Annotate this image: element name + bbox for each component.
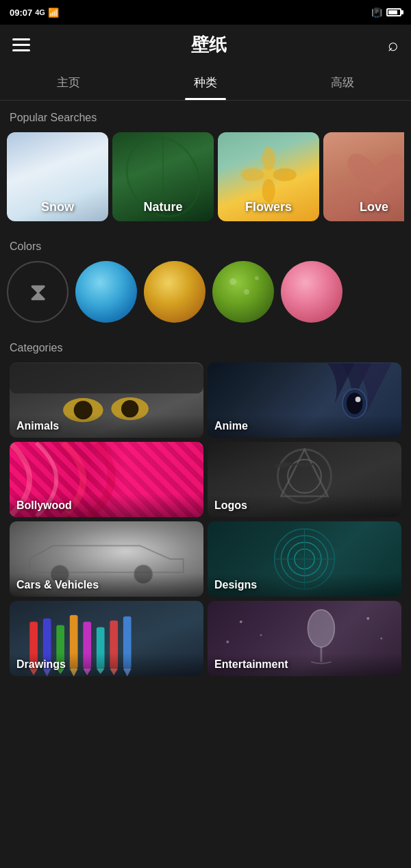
category-designs-label: Designs [208,573,401,597]
popular-item-snow-label: Snow [7,200,108,214]
category-animals-label: Animals [10,414,203,438]
category-cars-label: Cars & Vehicles [10,573,203,597]
signal-icon: 4G [35,8,45,16]
battery-icon [386,8,401,16]
search-button[interactable]: ⌕ [388,34,399,55]
status-right: 📳 [371,8,401,18]
svg-point-9 [255,276,259,280]
colors-row: ⧗ [7,261,404,325]
category-anime[interactable]: Anime [208,362,401,438]
svg-point-8 [244,289,249,295]
category-anime-label: Anime [208,414,401,438]
status-bar: 09:07 4G 📶 📳 [0,0,411,25]
popular-item-love-label: Love [323,200,404,214]
popular-searches-row: Snow Nature Flowers [7,132,404,224]
categories-grid: Animals Anime [7,362,404,676]
svg-rect-14 [10,363,203,393]
category-bollywood-label: Bollywood [10,494,203,517]
popular-item-snow[interactable]: Snow [7,132,108,221]
category-entertainment[interactable]: Entertainment [208,601,401,676]
category-designs[interactable]: Designs [208,521,401,597]
green-drops [212,261,274,323]
wifi-icon: 📶 [48,8,59,18]
menu-button[interactable] [12,38,30,51]
time-display: 09:07 [10,8,32,18]
popular-item-flowers[interactable]: Flowers [218,132,319,221]
category-drawings-label: Drawings [10,653,203,676]
color-pink[interactable] [281,261,342,323]
hourglass-icon: ⧗ [29,277,47,306]
vibrate-icon: 📳 [371,8,382,18]
popular-item-nature[interactable]: Nature [112,132,214,221]
header: 壁纸 ⌕ [0,25,411,65]
popular-item-love[interactable]: Love [323,132,404,221]
svg-point-16 [347,393,362,414]
category-animals[interactable]: Animals [10,362,203,438]
categories-title: Categories [7,342,404,354]
status-left: 09:07 4G 📶 [10,8,59,18]
category-bollywood[interactable]: Bollywood [10,442,203,517]
colors-title: Colors [7,240,404,253]
svg-point-3 [262,147,275,170]
svg-point-52 [380,638,382,640]
popular-searches-title: Popular Searches [7,112,404,124]
svg-point-46 [308,610,334,647]
popular-item-flowers-label: Flowers [218,200,319,214]
category-cars[interactable]: Cars & Vehicles [10,521,203,597]
svg-point-50 [226,641,229,643]
popular-searches-section: Popular Searches Snow Nature [0,101,411,230]
colors-section: Colors ⧗ [0,230,411,331]
category-drawings[interactable]: Drawings [10,601,203,676]
tab-bar: 主页 种类 高级 [0,65,411,101]
svg-point-6 [273,169,297,182]
categories-section: Categories Animals [0,331,411,682]
svg-point-51 [366,617,369,620]
svg-point-17 [356,397,361,402]
color-black-sand[interactable]: ⧗ [7,261,68,323]
color-gold[interactable] [144,261,206,323]
color-blue[interactable] [75,261,137,323]
svg-point-5 [241,169,264,182]
color-green[interactable] [212,261,274,323]
tab-home[interactable]: 主页 [0,65,137,100]
svg-point-4 [262,179,275,203]
category-logos-label: Logos [208,494,401,517]
svg-point-7 [229,278,236,285]
tab-categories[interactable]: 种类 [137,65,274,100]
app-title: 壁纸 [191,33,227,57]
love-decoration [330,146,404,208]
tab-advanced[interactable]: 高级 [274,65,411,100]
svg-point-48 [240,621,242,623]
popular-item-nature-label: Nature [112,200,214,214]
category-entertainment-label: Entertainment [208,653,401,676]
svg-point-49 [260,634,262,636]
category-logos[interactable]: Logos [208,442,401,517]
